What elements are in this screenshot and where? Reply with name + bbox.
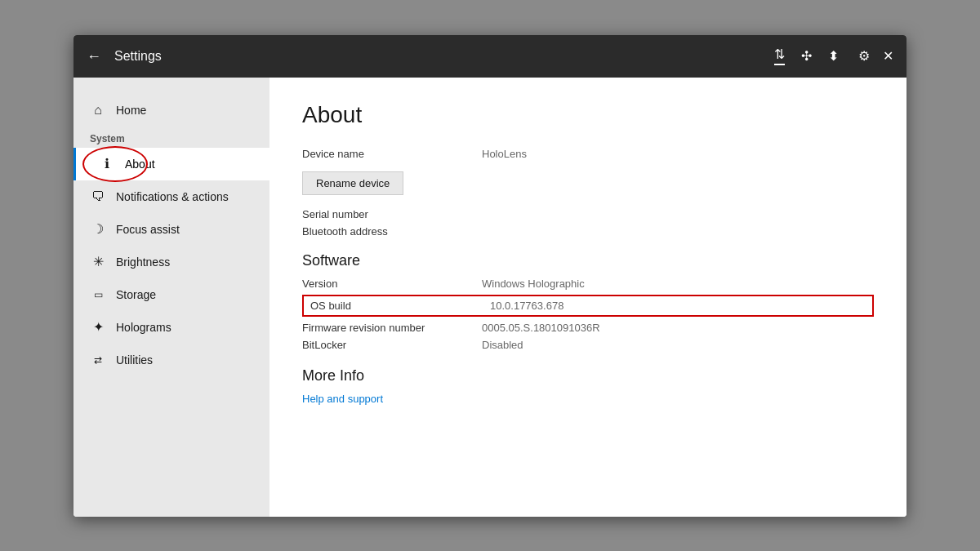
- sidebar-item-notifications[interactable]: 🗨 Notifications & actions: [74, 180, 270, 213]
- device-name-row: Device name HoloLens: [302, 148, 874, 160]
- help-and-support-link[interactable]: Help and support: [302, 393, 383, 405]
- serial-number-label: Serial number: [302, 208, 482, 220]
- window-title: Settings: [114, 49, 774, 64]
- sidebar-focus-label: Focus assist: [116, 223, 180, 236]
- sidebar: ⌂ Home System ℹ About 🗨 Notifications & …: [74, 78, 270, 517]
- titlebar-icons: ⇅ ✣ ⬍: [774, 47, 839, 65]
- version-row: Version Windows Holographic: [302, 278, 874, 290]
- firmware-label: Firmware revision number: [302, 322, 482, 334]
- sidebar-holograms-label: Holograms: [116, 321, 172, 334]
- sidebar-item-utilities[interactable]: ⇄ Utilities: [74, 344, 270, 376]
- device-name-label: Device name: [302, 148, 482, 160]
- version-label: Version: [302, 278, 482, 290]
- bluetooth-row: Bluetooth address: [302, 225, 874, 238]
- version-value: Windows Holographic: [482, 278, 585, 290]
- scroll-icon[interactable]: ⬍: [828, 48, 839, 64]
- page-title: About: [302, 102, 874, 128]
- titlebar: ← Settings ⇅ ✣ ⬍ ⚙ ✕: [74, 35, 906, 78]
- settings-icon-button[interactable]: ⚙: [858, 48, 870, 64]
- sidebar-item-focus[interactable]: ☽ Focus assist: [74, 213, 270, 246]
- about-icon: ℹ: [99, 156, 115, 172]
- bitlocker-value: Disabled: [482, 339, 523, 351]
- software-heading: Software: [302, 252, 874, 269]
- holograms-icon: ✦: [90, 319, 106, 335]
- back-button[interactable]: ←: [87, 49, 101, 64]
- utilities-icon: ⇄: [90, 352, 106, 368]
- bitlocker-label: BitLocker: [302, 339, 482, 351]
- resize-icon[interactable]: ⇅: [774, 47, 785, 65]
- focus-icon: ☽: [90, 221, 106, 238]
- os-build-row: OS build 10.0.17763.678: [302, 295, 874, 317]
- sidebar-item-home[interactable]: ⌂ Home: [74, 94, 270, 127]
- sidebar-utilities-label: Utilities: [116, 353, 153, 367]
- serial-number-row: Serial number: [302, 208, 874, 220]
- main-content: About Device name HoloLens Rename device…: [270, 78, 906, 517]
- rename-device-button[interactable]: Rename device: [302, 171, 403, 195]
- home-icon: ⌂: [90, 102, 106, 118]
- window-body: ⌂ Home System ℹ About 🗨 Notifications & …: [74, 78, 906, 517]
- sidebar-notifications-label: Notifications & actions: [116, 190, 229, 203]
- sidebar-about-label: About: [125, 158, 155, 171]
- window-controls: ⚙ ✕: [858, 48, 893, 64]
- brightness-icon: ✳: [90, 254, 106, 270]
- sidebar-item-brightness[interactable]: ✳ Brightness: [74, 246, 270, 278]
- sidebar-storage-label: Storage: [116, 288, 156, 301]
- settings-window: ← Settings ⇅ ✣ ⬍ ⚙ ✕ ⌂ Home: [74, 35, 906, 517]
- storage-icon: ▭: [90, 287, 106, 303]
- sidebar-brightness-label: Brightness: [116, 256, 170, 269]
- sidebar-home-label: Home: [116, 104, 146, 117]
- os-build-value: 10.0.17763.678: [490, 300, 564, 312]
- device-name-value: HoloLens: [482, 148, 527, 160]
- close-button[interactable]: ✕: [883, 48, 893, 64]
- sidebar-item-about[interactable]: ℹ About: [74, 148, 270, 180]
- firmware-row: Firmware revision number 0005.05.S.18010…: [302, 322, 874, 334]
- bluetooth-label: Bluetooth address: [302, 225, 482, 238]
- notifications-icon: 🗨: [90, 189, 106, 205]
- bitlocker-row: BitLocker Disabled: [302, 339, 874, 351]
- firmware-value: 0005.05.S.1801091036R: [482, 322, 600, 334]
- sidebar-section-system: System: [74, 127, 270, 148]
- sidebar-item-storage[interactable]: ▭ Storage: [74, 278, 270, 311]
- os-build-label: OS build: [310, 300, 490, 312]
- sidebar-item-holograms[interactable]: ✦ Holograms: [74, 311, 270, 344]
- more-info-heading: More Info: [302, 367, 874, 384]
- move-icon[interactable]: ✣: [801, 48, 812, 64]
